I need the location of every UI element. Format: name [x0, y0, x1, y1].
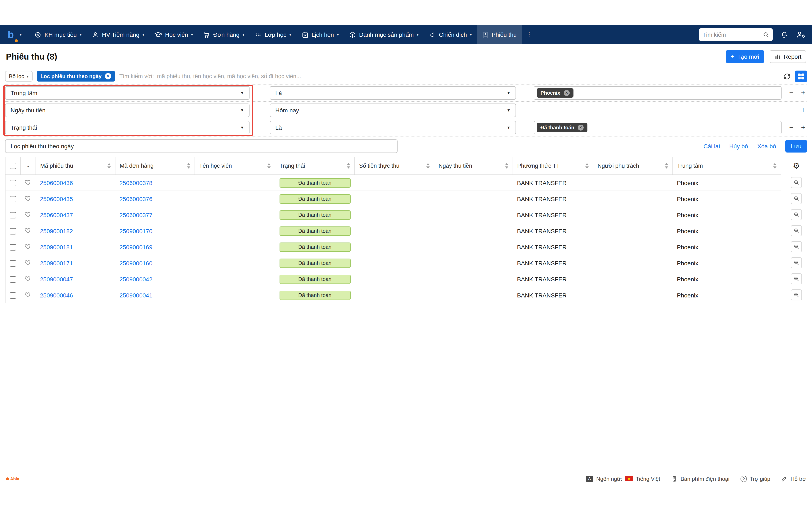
- filter-operator-select[interactable]: Là ▼: [270, 86, 516, 100]
- row-checkbox[interactable]: [10, 228, 16, 234]
- row-detail-button[interactable]: [791, 193, 802, 204]
- nav-item-chien-dich[interactable]: Chiến dịch ▾: [424, 25, 477, 44]
- user-settings-icon[interactable]: [796, 31, 806, 39]
- nav-item-lop-hoc[interactable]: Lớp học ▾: [250, 25, 297, 44]
- app-logo[interactable]: b ▾: [4, 25, 25, 44]
- favorite-button[interactable]: [24, 259, 32, 266]
- favorite-button[interactable]: [24, 194, 32, 202]
- receipt-code-link[interactable]: 2509000047: [40, 276, 73, 282]
- column-header-payment-method[interactable]: Phương thức TT: [513, 157, 593, 175]
- row-checkbox[interactable]: [10, 212, 16, 218]
- filter-field-select[interactable]: Ngày thu tiền ▼: [5, 104, 250, 117]
- receipt-code-link[interactable]: 2506000436: [40, 179, 73, 186]
- nav-item-phieu-thu[interactable]: Phiếu thu: [477, 25, 522, 44]
- favorite-button[interactable]: [24, 211, 32, 218]
- help-link[interactable]: ? Trợ giúp: [741, 475, 770, 482]
- nav-item-lich-hen[interactable]: Lịch hẹn ▾: [296, 25, 344, 44]
- table-search-input[interactable]: [119, 73, 779, 79]
- favorite-button[interactable]: [24, 243, 32, 250]
- support-link[interactable]: Hỗ trợ: [781, 475, 806, 482]
- refresh-button[interactable]: [783, 72, 791, 80]
- receipt-code-link[interactable]: 2509000171: [40, 260, 73, 266]
- filter-value-tag[interactable]: Phoenix ×: [537, 88, 573, 98]
- sort-icon[interactable]: [267, 163, 271, 169]
- favorite-button[interactable]: [24, 291, 32, 298]
- filter-dropdown-button[interactable]: Bộ lọc ▾: [5, 71, 32, 81]
- remove-condition-button[interactable]: −: [789, 123, 794, 132]
- column-header-collect-date[interactable]: Ngày thu tiền: [434, 157, 513, 175]
- create-button[interactable]: + Tạo mới: [725, 50, 764, 63]
- sort-icon[interactable]: [585, 163, 589, 169]
- row-checkbox[interactable]: [10, 196, 16, 203]
- sort-icon[interactable]: [347, 163, 350, 169]
- nav-item-danh-muc-san-pham[interactable]: Danh mục sản phẩm ▾: [344, 25, 423, 44]
- add-condition-button[interactable]: +: [801, 106, 805, 114]
- phone-keyboard-link[interactable]: Bàn phím điện thoại: [671, 475, 729, 482]
- column-header-student-name[interactable]: Tên học viên: [195, 157, 275, 175]
- nav-item-hoc-vien[interactable]: Học viên ▾: [149, 25, 198, 44]
- row-checkbox[interactable]: [10, 180, 16, 186]
- close-icon[interactable]: ×: [578, 125, 583, 130]
- cancel-link[interactable]: Hủy bỏ: [729, 143, 748, 150]
- row-detail-button[interactable]: [791, 273, 802, 284]
- select-all-header[interactable]: [5, 157, 20, 175]
- brand-logo[interactable]: Abla: [6, 476, 19, 481]
- row-detail-button[interactable]: [791, 177, 802, 188]
- nav-item-hv-tiem-nang[interactable]: HV Tiềm năng ▾: [87, 25, 150, 44]
- sort-icon[interactable]: [505, 163, 508, 169]
- row-checkbox[interactable]: [10, 276, 16, 283]
- language-switcher[interactable]: A Ngôn ngữ: ★ Tiếng Việt: [586, 475, 660, 482]
- save-filter-button[interactable]: Lưu: [785, 140, 807, 153]
- remove-condition-button[interactable]: −: [789, 106, 794, 114]
- remove-condition-button[interactable]: −: [789, 89, 794, 97]
- order-code-link[interactable]: 2509000041: [119, 292, 152, 298]
- search-icon[interactable]: [763, 31, 769, 38]
- order-code-link[interactable]: 2509000160: [119, 260, 152, 266]
- row-checkbox[interactable]: [10, 244, 16, 250]
- sort-icon[interactable]: [773, 163, 776, 169]
- bulk-actions-header[interactable]: ▾: [20, 157, 36, 175]
- filter-field-select[interactable]: Trạng thái ▼: [5, 121, 250, 134]
- notifications-bell-icon[interactable]: [780, 31, 788, 39]
- row-checkbox[interactable]: [10, 260, 16, 267]
- receipt-code-link[interactable]: 2509000046: [40, 292, 73, 298]
- sort-icon[interactable]: [426, 163, 430, 169]
- column-header-amount[interactable]: Số tiền thực thu: [355, 157, 434, 175]
- sort-icon[interactable]: [665, 163, 668, 169]
- filter-field-select[interactable]: Trung tâm ▼: [5, 86, 250, 100]
- column-settings-button[interactable]: [795, 70, 807, 82]
- nav-item-don-hang[interactable]: Đơn hàng ▾: [198, 25, 249, 44]
- receipt-code-link[interactable]: 2506000437: [40, 212, 73, 218]
- column-header-assignee[interactable]: Người phụ trách: [593, 157, 673, 175]
- receipt-code-link[interactable]: 2506000435: [40, 195, 73, 202]
- row-detail-button[interactable]: [791, 257, 802, 268]
- favorite-button[interactable]: [24, 178, 32, 186]
- sort-icon[interactable]: [187, 163, 190, 169]
- row-detail-button[interactable]: [791, 209, 802, 220]
- order-code-link[interactable]: 2509000042: [119, 276, 152, 282]
- filter-value-box[interactable]: Đã thanh toán ×: [534, 121, 781, 134]
- column-header-order-code[interactable]: Mã đơn hàng: [115, 157, 195, 175]
- row-detail-button[interactable]: [791, 289, 802, 300]
- delete-link[interactable]: Xóa bỏ: [757, 143, 776, 150]
- filter-value-tag[interactable]: Đã thanh toán ×: [537, 123, 588, 132]
- column-header-center[interactable]: Trung tâm: [673, 157, 781, 175]
- nav-overflow-menu[interactable]: ⋮: [522, 25, 537, 44]
- filter-operator-select[interactable]: Là ▼: [270, 121, 516, 134]
- global-search-input[interactable]: [703, 32, 760, 38]
- column-header-receipt-code[interactable]: Mã phiếu thu: [36, 157, 115, 175]
- filter-name-input[interactable]: [5, 139, 398, 153]
- select-all-checkbox[interactable]: [10, 163, 16, 169]
- table-settings-button[interactable]: ⚙: [784, 157, 809, 174]
- receipt-code-link[interactable]: 2509000182: [40, 228, 73, 234]
- sort-icon[interactable]: [107, 163, 111, 169]
- add-condition-button[interactable]: +: [801, 123, 805, 132]
- order-code-link[interactable]: 2509000169: [119, 243, 152, 250]
- order-code-link[interactable]: 2506000377: [119, 212, 152, 218]
- filter-operator-select[interactable]: Hôm nay ▼: [270, 104, 516, 117]
- row-detail-button[interactable]: [791, 225, 802, 236]
- report-button[interactable]: Report: [770, 50, 806, 63]
- nav-item-kh-muc-tieu[interactable]: KH mục tiêu ▾: [29, 25, 87, 44]
- favorite-button[interactable]: [24, 275, 32, 282]
- order-code-link[interactable]: 2506000378: [119, 179, 152, 186]
